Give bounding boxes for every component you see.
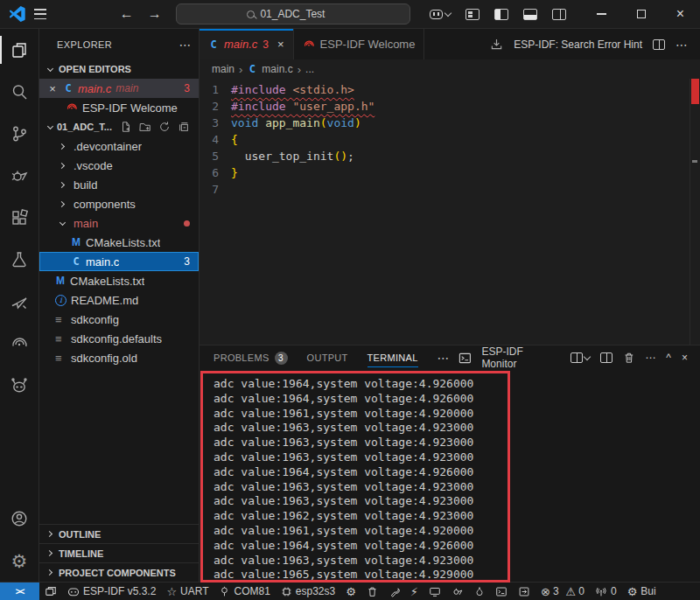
activity-espressif-tools[interactable] [0, 281, 39, 323]
activity-esp-idf[interactable] [0, 323, 39, 365]
serial-port-button[interactable]: COM81 [214, 583, 275, 600]
search-error-hint-button[interactable]: ESP-IDF: Search Error Hint [514, 38, 642, 51]
close-tab-icon[interactable]: × [277, 38, 284, 51]
settings-button[interactable]: ⚙ [0, 540, 39, 582]
activity-explorer[interactable] [0, 29, 39, 71]
activity-extensions[interactable] [0, 197, 39, 239]
folder-label: .vscode [74, 159, 113, 172]
flash-button[interactable]: ⚡ [405, 583, 424, 600]
tab-output[interactable]: OUTPUT [307, 345, 348, 370]
outline-section[interactable]: OUTLINE [39, 524, 199, 543]
trash-icon [367, 586, 378, 597]
maximize-button[interactable] [621, 0, 661, 29]
tree-item-sdkconfig-old[interactable]: ≡ sdkconfig.old [39, 348, 199, 367]
flash-method-button[interactable]: ☆ UART [161, 583, 214, 600]
tree-item-sdkconfig[interactable]: ≡ sdkconfig [39, 310, 199, 329]
custom-task-button[interactable] [513, 583, 536, 600]
build-button[interactable] [383, 583, 405, 600]
download-icon[interactable] [490, 38, 503, 51]
build-status-button[interactable]: ⚙ Bui [622, 583, 662, 600]
tree-item-build[interactable]: build [39, 175, 199, 194]
tree-item-main-c[interactable]: C main.c 3 [39, 252, 199, 271]
debug-device-button[interactable] [446, 583, 469, 600]
project-components-section[interactable]: PROJECT COMPONENTS [39, 562, 199, 582]
split-editor-icon[interactable] [653, 39, 665, 50]
tree-item-main-folder[interactable]: main [39, 213, 199, 233]
tree-item-components[interactable]: components [39, 194, 199, 213]
activity-run-debug[interactable] [0, 155, 39, 197]
activity-testing[interactable] [0, 239, 39, 281]
panel-more-icon[interactable]: ⋯ [645, 352, 655, 364]
project-folder-header[interactable]: 01_ADC_T... [39, 117, 199, 136]
sidebar-more-icon[interactable]: ⋯ [179, 38, 192, 52]
search-input[interactable] [260, 8, 339, 20]
project-window-button[interactable] [39, 583, 62, 600]
kill-terminal-icon[interactable] [623, 352, 635, 364]
open-editors-header[interactable]: OPEN EDITORS [39, 59, 199, 79]
breadcrumb[interactable]: main › C main.c › ... [200, 59, 700, 79]
code-editor[interactable]: 1#include <stdio.h>2#include "user_app.h… [200, 79, 700, 345]
problems-button[interactable]: ⊗ 3 ⚠ 0 [536, 583, 590, 600]
remote-indicator[interactable]: >< [0, 583, 39, 600]
close-panel-icon[interactable]: × [682, 352, 688, 364]
open-editor-main-c[interactable]: × C main.c main 3 [39, 79, 199, 98]
back-button[interactable]: ← [120, 6, 134, 22]
activity-search[interactable] [0, 71, 39, 113]
chevron-right-icon [43, 566, 57, 580]
customize-layout-button[interactable] [466, 9, 480, 20]
close-window-button[interactable]: × [661, 0, 700, 29]
breadcrumb-file[interactable]: main.c [262, 63, 292, 75]
cmake-file-icon: M [55, 275, 66, 287]
folder-label: components [74, 198, 136, 211]
full-clean-button[interactable] [361, 583, 383, 600]
open-editor-welcome[interactable]: ESP-IDF Welcome [39, 98, 199, 117]
monitor-button[interactable] [424, 583, 446, 600]
forward-button[interactable]: → [148, 6, 162, 22]
command-center-search[interactable] [176, 3, 410, 24]
device-target-button[interactable]: esp32s3 [276, 583, 340, 600]
maximize-panel-icon[interactable]: ^ [666, 352, 671, 364]
tree-item-cmakelists-main[interactable]: M CMakeLists.txt [39, 233, 199, 252]
tab-espidf-welcome[interactable]: ESP-IDF Welcome [294, 29, 425, 59]
panel-tabs-more-icon[interactable]: ⋯ [438, 351, 450, 365]
launch-profile-button[interactable] [570, 352, 590, 363]
minimize-button[interactable] [582, 0, 621, 29]
toggle-sidebar-button[interactable] [494, 9, 508, 20]
toggle-panel-button[interactable] [523, 9, 537, 20]
new-file-icon[interactable] [120, 121, 132, 133]
terminal-button[interactable] [490, 583, 513, 600]
file-label: sdkconfig.defaults [71, 332, 162, 345]
tab-terminal[interactable]: TERMINAL [368, 345, 418, 370]
ports-button[interactable]: 0 [590, 583, 622, 600]
new-folder-icon[interactable] [139, 121, 151, 133]
chevron-right-icon [55, 197, 69, 211]
split-terminal-icon[interactable] [600, 352, 612, 363]
activity-source-control[interactable] [0, 113, 39, 155]
tree-item-devcontainer[interactable]: .devcontainer [39, 136, 199, 156]
tree-item-readme[interactable]: i README.md [39, 290, 199, 310]
tree-item-cmakelists-root[interactable]: M CMakeLists.txt [39, 271, 199, 290]
terminal-tab-name[interactable]: ESP-IDF Monitor [481, 345, 559, 370]
collapse-all-icon[interactable] [178, 121, 190, 133]
toggle-secondary-sidebar-button[interactable] [552, 9, 566, 20]
copilot-button[interactable] [430, 10, 451, 19]
tab-main-c[interactable]: C main.c 3 × [200, 29, 294, 59]
close-icon[interactable]: × [46, 82, 59, 95]
overview-ruler[interactable] [690, 79, 700, 345]
activity-device-assistant[interactable] [0, 365, 39, 407]
problems-count-badge: 3 [275, 352, 288, 365]
tree-item-sdkconfig-defaults[interactable]: ≡ sdkconfig.defaults [39, 329, 199, 348]
editor-more-icon[interactable]: ⋯ [676, 38, 688, 52]
tree-item-vscode[interactable]: .vscode [39, 156, 199, 175]
menuconfig-button[interactable]: ⚙ [340, 583, 361, 600]
refresh-icon[interactable] [158, 121, 171, 133]
espidf-version-button[interactable]: ESP-IDF v5.3.2 [62, 583, 161, 600]
tab-problems[interactable]: PROBLEMS 3 [214, 345, 288, 370]
breadcrumb-folder[interactable]: main [212, 63, 234, 75]
breadcrumb-symbol[interactable]: ... [305, 63, 314, 75]
account-button[interactable] [0, 498, 39, 540]
terminal-output[interactable]: adc value:1964,system voltage:4.926000ad… [200, 370, 700, 582]
build-flash-monitor-button[interactable] [469, 583, 490, 600]
menu-icon[interactable] [34, 9, 46, 19]
timeline-section[interactable]: TIMELINE [39, 543, 199, 562]
